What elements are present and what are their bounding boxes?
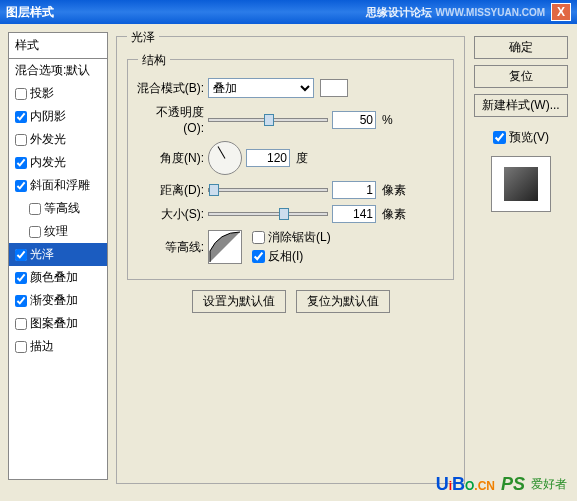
- structure-legend: 结构: [138, 52, 170, 69]
- styles-list: 样式 混合选项:默认 投影 内阴影 外发光 内发光 斜面和浮雕 等高线 纹理 光…: [8, 32, 108, 480]
- style-item-innerglow[interactable]: 内发光: [9, 151, 107, 174]
- checkbox-texture[interactable]: [29, 226, 41, 238]
- watermark: UiBO.CN PS 爱好者: [436, 474, 567, 495]
- make-default-button[interactable]: 设置为默认值: [192, 290, 286, 313]
- checkbox-dropshadow[interactable]: [15, 88, 27, 100]
- watermark-text: 爱好者: [531, 476, 567, 493]
- checkbox-innershadow[interactable]: [15, 111, 27, 123]
- style-item-contour[interactable]: 等高线: [9, 197, 107, 220]
- distance-label: 距离(D):: [136, 182, 204, 199]
- opacity-label: 不透明度(O):: [136, 104, 204, 135]
- contour-label: 等高线:: [136, 239, 204, 256]
- preview-swatch: [504, 167, 538, 201]
- size-label: 大小(S):: [136, 206, 204, 223]
- checkbox-innerglow[interactable]: [15, 157, 27, 169]
- reset-default-button[interactable]: 复位为默认值: [296, 290, 390, 313]
- satin-group: 光泽 结构 混合模式(B): 叠加 不透明度(O): % 角度(N):: [116, 36, 465, 484]
- antialias-checkbox[interactable]: [252, 231, 265, 244]
- checkbox-contour[interactable]: [29, 203, 41, 215]
- brand-text: 思缘设计论坛: [366, 5, 432, 20]
- slider-thumb-icon[interactable]: [209, 184, 219, 196]
- watermark-uibo: UiBO.CN: [436, 474, 495, 495]
- angle-label: 角度(N):: [136, 150, 204, 167]
- window-title: 图层样式: [6, 4, 366, 21]
- preview-checkbox[interactable]: [493, 131, 506, 144]
- style-item-satin[interactable]: 光泽: [9, 243, 107, 266]
- checkbox-gradientoverlay[interactable]: [15, 295, 27, 307]
- size-slider[interactable]: [208, 212, 328, 216]
- style-item-blending[interactable]: 混合选项:默认: [9, 59, 107, 82]
- angle-dial[interactable]: [208, 141, 242, 175]
- blend-color-swatch[interactable]: [320, 79, 348, 97]
- antialias-check-row[interactable]: 消除锯齿(L): [252, 229, 331, 246]
- styles-header[interactable]: 样式: [9, 33, 107, 59]
- contour-picker[interactable]: [208, 230, 242, 264]
- slider-thumb-icon[interactable]: [264, 114, 274, 126]
- structure-group: 结构 混合模式(B): 叠加 不透明度(O): % 角度(N): 度: [127, 59, 454, 280]
- group-legend: 光泽: [127, 29, 159, 46]
- style-item-dropshadow[interactable]: 投影: [9, 82, 107, 105]
- style-item-gradientoverlay[interactable]: 渐变叠加: [9, 289, 107, 312]
- style-item-innershadow[interactable]: 内阴影: [9, 105, 107, 128]
- preview-box: [491, 156, 551, 212]
- slider-thumb-icon[interactable]: [279, 208, 289, 220]
- brand-url: WWW.MISSYUAN.COM: [436, 7, 545, 18]
- invert-checkbox[interactable]: [252, 250, 265, 263]
- checkbox-outerglow[interactable]: [15, 134, 27, 146]
- new-style-button[interactable]: 新建样式(W)...: [474, 94, 568, 117]
- style-item-bevel[interactable]: 斜面和浮雕: [9, 174, 107, 197]
- opacity-unit: %: [382, 113, 393, 127]
- blend-mode-select[interactable]: 叠加: [208, 78, 314, 98]
- contour-curve-icon: [209, 231, 241, 263]
- checkbox-patternoverlay[interactable]: [15, 318, 27, 330]
- size-unit: 像素: [382, 206, 406, 223]
- checkbox-coloroverlay[interactable]: [15, 272, 27, 284]
- distance-input[interactable]: [332, 181, 376, 199]
- style-item-coloroverlay[interactable]: 颜色叠加: [9, 266, 107, 289]
- size-input[interactable]: [332, 205, 376, 223]
- ok-button[interactable]: 确定: [474, 36, 568, 59]
- preview-check-row[interactable]: 预览(V): [493, 129, 549, 146]
- close-icon: X: [557, 5, 565, 19]
- checkbox-satin[interactable]: [15, 249, 27, 261]
- distance-slider[interactable]: [208, 188, 328, 192]
- title-bar: 图层样式 思缘设计论坛 WWW.MISSYUAN.COM X: [0, 0, 577, 24]
- blend-mode-label: 混合模式(B):: [136, 80, 204, 97]
- style-item-stroke[interactable]: 描边: [9, 335, 107, 358]
- style-item-texture[interactable]: 纹理: [9, 220, 107, 243]
- invert-check-row[interactable]: 反相(I): [252, 248, 331, 265]
- checkbox-stroke[interactable]: [15, 341, 27, 353]
- angle-input[interactable]: [246, 149, 290, 167]
- checkbox-bevel[interactable]: [15, 180, 27, 192]
- close-button[interactable]: X: [551, 3, 571, 21]
- opacity-input[interactable]: [332, 111, 376, 129]
- watermark-ps: PS: [501, 474, 525, 495]
- style-item-outerglow[interactable]: 外发光: [9, 128, 107, 151]
- distance-unit: 像素: [382, 182, 406, 199]
- opacity-slider[interactable]: [208, 118, 328, 122]
- style-item-patternoverlay[interactable]: 图案叠加: [9, 312, 107, 335]
- cancel-button[interactable]: 复位: [474, 65, 568, 88]
- angle-unit: 度: [296, 150, 308, 167]
